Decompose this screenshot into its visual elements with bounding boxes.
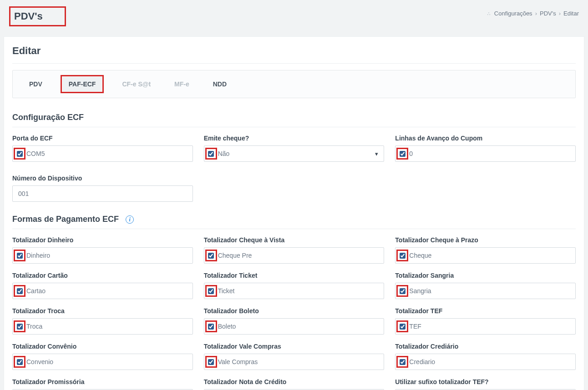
section-title-ecf: Configuração ECF xyxy=(12,113,576,127)
card-title: Editar xyxy=(12,45,576,64)
cartao-label: Totalizador Cartão xyxy=(12,272,193,279)
crediario-input[interactable] xyxy=(395,354,575,370)
cheque-prazo-checkbox[interactable] xyxy=(400,253,406,259)
cheque-vista-check-overlay xyxy=(205,250,217,261)
linhas-avanco-checkbox[interactable] xyxy=(400,151,406,157)
convenio-checkbox[interactable] xyxy=(17,359,23,365)
cheque-prazo-check-overlay xyxy=(396,250,408,261)
crediario-label: Totalizador Crediário xyxy=(395,343,576,350)
porta-ecf-label: Porta do ECF xyxy=(12,135,193,142)
sufixo-tef-label: Utilizar sufixo totalizador TEF? xyxy=(395,378,576,385)
tabs-bar: PDV PAF-ECF CF-e S@t MF-e NDD xyxy=(12,70,576,98)
emite-cheque-checkbox[interactable] xyxy=(208,151,214,157)
tab-cfe-sat[interactable]: CF-e S@t xyxy=(117,77,156,91)
ticket-check-overlay xyxy=(205,285,217,297)
cartao-input-wrap xyxy=(12,283,193,299)
breadcrumb-separator: › xyxy=(535,10,537,17)
crediario-input-wrap xyxy=(395,354,576,370)
ticket-checkbox[interactable] xyxy=(208,288,214,294)
boleto-input-wrap xyxy=(204,318,385,335)
vale-compras-label: Totalizador Vale Compras xyxy=(204,343,385,350)
linhas-avanco-check-overlay xyxy=(396,148,408,160)
ticket-input-wrap xyxy=(204,283,385,299)
tef-input-wrap xyxy=(395,318,576,335)
tef-input[interactable] xyxy=(395,319,575,334)
cartao-checkbox[interactable] xyxy=(17,288,23,294)
convenio-label: Totalizador Convênio xyxy=(12,343,193,350)
sangria-input[interactable] xyxy=(395,283,575,299)
vale-compras-check-overlay xyxy=(205,356,217,368)
troca-label: Totalizador Troca xyxy=(12,307,193,315)
dinheiro-input[interactable] xyxy=(13,248,193,263)
boleto-label: Totalizador Boleto xyxy=(204,307,385,315)
tef-label: Totalizador TEF xyxy=(395,307,576,315)
numero-dispositivo-input-wrap xyxy=(12,185,193,202)
tab-paf-ecf[interactable]: PAF-ECF xyxy=(62,77,102,91)
boleto-check-overlay xyxy=(205,320,217,332)
tab-paf-ecf-highlight: PAF-ECF xyxy=(61,75,104,93)
porta-ecf-input[interactable] xyxy=(13,146,193,161)
vale-compras-input-wrap xyxy=(204,354,385,370)
promissoria-label: Totalizador Promissória xyxy=(12,378,193,385)
nota-credito-label: Totalizador Nota de Crédito xyxy=(204,378,385,385)
dinheiro-label: Totalizador Dinheiro xyxy=(12,236,193,244)
tab-pdv[interactable]: PDV xyxy=(24,77,48,91)
linhas-avanco-input-wrap xyxy=(395,145,576,162)
linhas-avanco-label: Linhas de Avanço do Cupom xyxy=(395,135,576,142)
emite-cheque-label: Emite cheque? xyxy=(204,135,385,142)
page-title-highlight: PDV's xyxy=(9,6,66,26)
crediario-checkbox[interactable] xyxy=(400,359,406,365)
boleto-checkbox[interactable] xyxy=(208,324,214,330)
breadcrumb-root[interactable]: Configurações xyxy=(494,10,532,17)
cheque-vista-input-wrap xyxy=(204,247,385,264)
tef-checkbox[interactable] xyxy=(400,324,406,330)
section-title-formas: Formas de Pagamento ECF i xyxy=(12,215,576,229)
emite-cheque-select-wrap xyxy=(204,145,385,162)
section-title-formas-text: Formas de Pagamento ECF xyxy=(12,215,119,224)
dinheiro-checkbox[interactable] xyxy=(17,253,23,259)
boleto-input[interactable] xyxy=(204,319,384,334)
convenio-input[interactable] xyxy=(13,354,193,370)
cheque-vista-input[interactable] xyxy=(204,248,384,263)
troca-input[interactable] xyxy=(13,319,193,334)
porta-ecf-check-overlay xyxy=(14,148,25,160)
cheque-prazo-input[interactable] xyxy=(395,248,575,263)
tef-check-overlay xyxy=(396,320,408,332)
dinheiro-input-wrap xyxy=(12,247,193,264)
tab-mfe[interactable]: MF-e xyxy=(169,77,195,91)
crediario-check-overlay xyxy=(396,356,408,368)
porta-ecf-input-wrap xyxy=(12,145,193,162)
vale-compras-input[interactable] xyxy=(204,354,384,370)
tab-ndd[interactable]: NDD xyxy=(208,77,232,91)
cheque-vista-label: Totalizador Cheque à Vista xyxy=(204,236,385,244)
emite-cheque-check-overlay xyxy=(205,148,217,160)
sangria-input-wrap xyxy=(395,283,576,299)
ticket-input[interactable] xyxy=(204,283,384,299)
sangria-check-overlay xyxy=(396,285,408,297)
numero-dispositivo-input[interactable] xyxy=(13,186,193,201)
emite-cheque-select[interactable] xyxy=(204,146,384,161)
numero-dispositivo-label: Número do Dispositivo xyxy=(12,175,193,182)
cartao-check-overlay xyxy=(14,285,25,297)
breadcrumb-mid[interactable]: PDV's xyxy=(540,10,556,17)
troca-checkbox[interactable] xyxy=(17,324,23,330)
dinheiro-check-overlay xyxy=(14,250,25,261)
troca-input-wrap xyxy=(12,318,193,335)
sangria-label: Totalizador Sangria xyxy=(395,272,576,279)
sangria-checkbox[interactable] xyxy=(400,288,406,294)
troca-check-overlay xyxy=(14,320,25,332)
ticket-label: Totalizador Ticket xyxy=(204,272,385,279)
cartao-input[interactable] xyxy=(13,283,193,299)
cheque-prazo-label: Totalizador Cheque à Prazo xyxy=(395,236,576,244)
sitemap-icon: ⛬ xyxy=(486,10,492,17)
linhas-avanco-input[interactable] xyxy=(395,146,575,161)
porta-ecf-checkbox[interactable] xyxy=(17,151,23,157)
convenio-input-wrap xyxy=(12,354,193,370)
breadcrumb-separator: › xyxy=(559,10,561,17)
page-title: PDV's xyxy=(14,10,43,22)
vale-compras-checkbox[interactable] xyxy=(208,359,214,365)
info-icon[interactable]: i xyxy=(126,215,134,224)
breadcrumb-leaf: Editar xyxy=(563,10,579,17)
cheque-vista-checkbox[interactable] xyxy=(208,253,214,259)
cheque-prazo-input-wrap xyxy=(395,247,576,264)
